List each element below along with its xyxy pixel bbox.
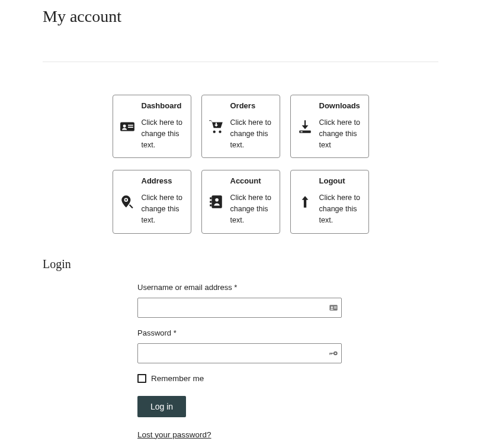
- svg-rect-24: [331, 353, 332, 354]
- card-title: Logout: [319, 176, 363, 185]
- svg-point-1: [123, 124, 126, 127]
- username-label: Username or email address *: [137, 283, 342, 292]
- card-desc: Click here to change this text.: [142, 117, 185, 150]
- page-title: My account: [43, 7, 438, 26]
- card-dashboard[interactable]: Dashboard Click here to change this text…: [113, 95, 191, 158]
- svg-rect-10: [129, 205, 133, 209]
- card-desc: Click here to change this text.: [230, 117, 274, 150]
- contact-card-icon: [329, 303, 338, 312]
- remember-me-label: Remember me: [151, 374, 204, 383]
- svg-point-4: [213, 131, 215, 133]
- card-title: Orders: [230, 101, 274, 110]
- svg-rect-3: [128, 127, 133, 128]
- id-card-icon: [119, 118, 136, 135]
- divider: [43, 62, 438, 62]
- svg-point-9: [125, 199, 127, 201]
- svg-point-15: [215, 198, 219, 202]
- svg-point-17: [331, 306, 333, 308]
- card-title: Dashboard: [142, 101, 185, 110]
- key-icon: [329, 349, 338, 358]
- remember-me-checkbox[interactable]: [137, 374, 146, 383]
- card-title: Account: [230, 176, 274, 185]
- svg-rect-2: [128, 125, 133, 126]
- svg-rect-11: [211, 195, 222, 208]
- account-cards: Dashboard Click here to change this text…: [43, 95, 438, 234]
- card-desc: Click here to change this text: [319, 117, 363, 150]
- card-desc: Click here to change this text.: [142, 192, 185, 225]
- download-icon: [297, 118, 313, 135]
- svg-rect-12: [210, 198, 211, 199]
- card-desc: Click here to change this text.: [319, 192, 363, 225]
- card-account[interactable]: Account Click here to change this text.: [201, 170, 280, 233]
- login-heading: Login: [43, 257, 438, 271]
- svg-rect-14: [210, 205, 211, 207]
- svg-rect-18: [334, 307, 337, 307]
- card-orders[interactable]: Orders Click here to change this text.: [201, 95, 280, 158]
- card-downloads[interactable]: Downloads Click here to change this text: [290, 95, 369, 158]
- lost-password-link[interactable]: Lost your password?: [137, 430, 211, 439]
- card-title: Downloads: [319, 101, 363, 110]
- login-button[interactable]: Log in: [137, 396, 186, 417]
- card-desc: Click here to change this text.: [230, 192, 274, 225]
- username-input[interactable]: [137, 298, 342, 318]
- card-address[interactable]: Address Click here to change this text.: [113, 170, 191, 233]
- password-label: Password *: [137, 328, 342, 337]
- card-logout[interactable]: Logout Click here to change this text.: [290, 170, 369, 233]
- cart-icon: [208, 118, 225, 135]
- svg-rect-13: [210, 201, 211, 203]
- login-form: Username or email address * Password *: [137, 283, 342, 440]
- svg-rect-7: [300, 131, 302, 133]
- svg-point-5: [219, 131, 221, 133]
- address-book-icon: [208, 194, 225, 210]
- map-pin-icon: [119, 194, 136, 210]
- svg-rect-23: [329, 353, 330, 354]
- password-input[interactable]: [137, 343, 342, 363]
- card-title: Address: [142, 176, 185, 185]
- svg-rect-19: [334, 308, 337, 308]
- arrow-up-icon: [297, 194, 313, 210]
- svg-point-21: [335, 352, 336, 354]
